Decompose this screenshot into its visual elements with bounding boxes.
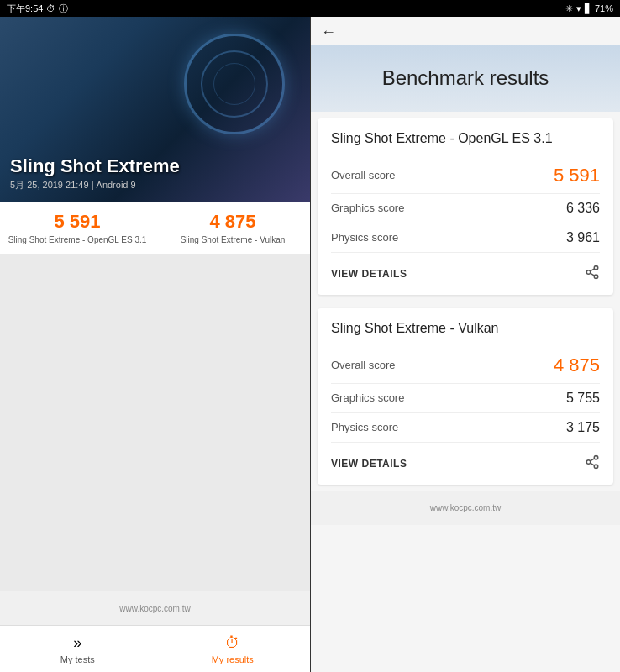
overall-score-line-opengl: Overall score 5 591 (331, 158, 600, 194)
battery-text: 71% (595, 3, 613, 13)
bluetooth-icon: ✳ (565, 3, 573, 14)
physics-label-vulkan: Physics score (331, 421, 398, 433)
score-cell-vulkan: 4 875 Sling Shot Extreme - Vulkan (155, 202, 310, 254)
my-results-icon: ⏱ (225, 634, 240, 652)
main-area: Sling Shot Extreme 5月 25, 2019 21:49 | A… (0, 17, 620, 672)
card-vulkan-title: Sling Shot Extreme - Vulkan (331, 320, 600, 338)
svg-line-9 (590, 458, 594, 460)
overall-score-line-vulkan: Overall score 4 875 (331, 348, 600, 384)
status-time: 下午9:54 (7, 3, 43, 15)
physics-value-opengl: 3 961 (566, 230, 600, 245)
card-vulkan: Sling Shot Extreme - Vulkan Overall scor… (318, 308, 613, 485)
view-details-button-vulkan[interactable]: VIEW DETAILS (331, 458, 407, 470)
svg-point-1 (586, 270, 591, 275)
svg-point-7 (594, 465, 598, 469)
right-header: ← (311, 17, 620, 45)
graphics-score-line-vulkan: Graphics score 5 755 (331, 384, 600, 413)
card-opengl-title: Sling Shot Extreme - OpenGL ES 3.1 (331, 130, 600, 148)
hero-circle-3 (213, 63, 255, 105)
svg-point-0 (594, 265, 598, 270)
status-bar: 下午9:54 ⏱ ⓘ ✳ ▾ ▋ 71% (0, 0, 620, 17)
view-details-button-opengl[interactable]: VIEW DETAILS (331, 268, 407, 280)
left-panel: Sling Shot Extreme 5月 25, 2019 21:49 | A… (0, 17, 310, 672)
view-details-row-opengl: VIEW DETAILS (331, 256, 600, 283)
nav-my-tests-label: My tests (60, 654, 95, 664)
nav-my-results-label: My results (212, 654, 254, 664)
wifi-icon: ▾ (576, 3, 581, 14)
overall-value-opengl: 5 591 (554, 165, 600, 186)
score-label-vulkan: Sling Shot Extreme - Vulkan (181, 234, 286, 245)
card-opengl: Sling Shot Extreme - OpenGL ES 3.1 Overa… (318, 118, 613, 295)
share-icon-opengl[interactable] (585, 265, 600, 283)
physics-score-line-opengl: Physics score 3 961 (331, 223, 600, 253)
physics-value-vulkan: 3 175 (566, 420, 600, 435)
left-nav: » My tests ⏱ My results (0, 625, 310, 672)
graphics-value-vulkan: 5 755 (566, 391, 600, 406)
svg-line-4 (590, 269, 594, 271)
right-watermark: www.kocpc.com.tw (311, 491, 620, 525)
hero-title: Sling Shot Extreme (10, 155, 300, 177)
svg-line-8 (590, 463, 594, 465)
score-value-opengl: 5 591 (54, 211, 100, 233)
overall-label-opengl: Overall score (331, 169, 396, 181)
status-right: ✳ ▾ ▋ 71% (565, 3, 613, 14)
timer-icon: ⏱ (46, 3, 55, 13)
benchmark-title: Benchmark results (382, 66, 549, 90)
score-label-opengl: Sling Shot Extreme - OpenGL ES 3.1 (8, 234, 147, 245)
back-button[interactable]: ← (321, 24, 336, 41)
nav-my-results[interactable]: ⏱ My results (155, 626, 311, 672)
graphics-value-opengl: 6 336 (566, 201, 600, 216)
physics-label-opengl: Physics score (331, 231, 398, 244)
share-icon-vulkan[interactable] (585, 454, 600, 473)
score-cell-opengl: 5 591 Sling Shot Extreme - OpenGL ES 3.1 (0, 202, 155, 254)
info-icon: ⓘ (59, 3, 68, 15)
svg-line-3 (590, 273, 594, 276)
left-watermark: www.kocpc.com.tw (0, 591, 310, 625)
overall-label-vulkan: Overall score (331, 359, 396, 371)
left-spacer (0, 254, 310, 591)
svg-point-6 (586, 459, 591, 464)
right-panel: ← Benchmark results Sling Shot Extreme -… (311, 17, 620, 672)
score-value-vulkan: 4 875 (209, 211, 255, 233)
score-row: 5 591 Sling Shot Extreme - OpenGL ES 3.1… (0, 202, 310, 254)
hero-subtitle: 5月 25, 2019 21:49 | Android 9 (10, 179, 300, 192)
graphics-score-line-opengl: Graphics score 6 336 (331, 194, 600, 223)
view-details-row-vulkan: VIEW DETAILS (331, 446, 600, 473)
graphics-label-vulkan: Graphics score (331, 391, 404, 404)
right-hero: Benchmark results (311, 45, 620, 112)
overall-value-vulkan: 4 875 (554, 354, 600, 376)
physics-score-line-vulkan: Physics score 3 175 (331, 413, 600, 443)
svg-point-2 (594, 275, 598, 279)
status-left: 下午9:54 ⏱ ⓘ (7, 3, 68, 15)
nav-my-tests[interactable]: » My tests (0, 626, 155, 672)
left-hero: Sling Shot Extreme 5月 25, 2019 21:49 | A… (0, 17, 310, 202)
graphics-label-opengl: Graphics score (331, 202, 404, 214)
my-tests-icon: » (73, 634, 81, 652)
signal-icon: ▋ (585, 3, 591, 14)
svg-point-5 (594, 455, 598, 459)
